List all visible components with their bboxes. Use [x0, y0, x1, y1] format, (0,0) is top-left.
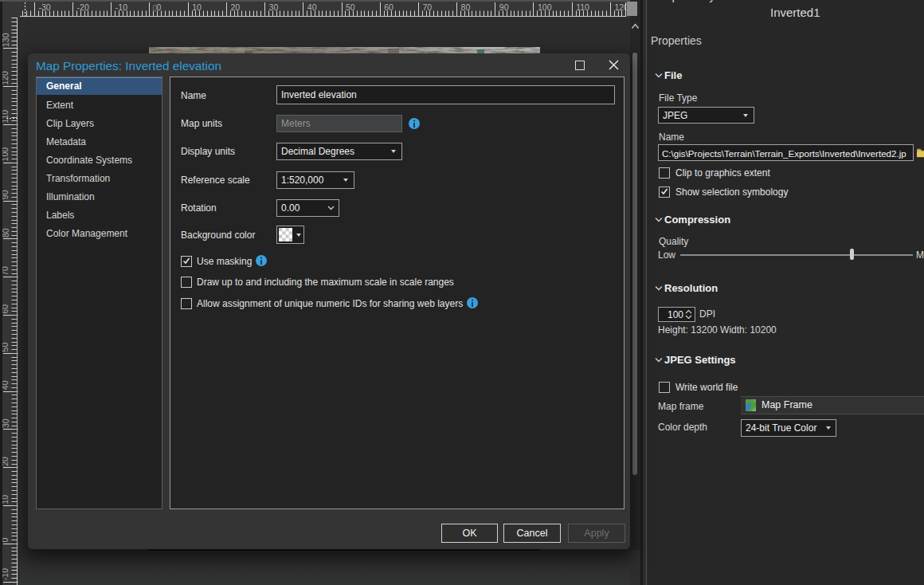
- svg-text:100: 100: [538, 2, 552, 12]
- svg-text:80: 80: [461, 2, 471, 12]
- svg-text:80: 80: [2, 228, 10, 238]
- svg-text:-30: -30: [38, 2, 50, 12]
- svg-text:60: 60: [2, 304, 10, 314]
- svg-text:100: 100: [2, 147, 10, 162]
- svg-text:10: 10: [192, 2, 202, 12]
- svg-text:90: 90: [2, 190, 10, 199]
- svg-text:60: 60: [384, 2, 393, 12]
- svg-text:0: 0: [157, 2, 162, 12]
- svg-text:30: 30: [269, 2, 279, 12]
- svg-text:20: 20: [2, 457, 10, 466]
- svg-text:0: 0: [2, 537, 10, 542]
- svg-text:-10: -10: [116, 2, 127, 12]
- svg-text:20: 20: [230, 2, 240, 12]
- svg-text:130: 130: [2, 33, 10, 47]
- svg-text:50: 50: [2, 343, 10, 352]
- svg-text:70: 70: [2, 266, 10, 276]
- svg-text:40: 40: [307, 2, 317, 12]
- svg-text:40: 40: [2, 380, 10, 390]
- svg-text:120: 120: [2, 71, 10, 85]
- svg-text:10: 10: [2, 495, 10, 505]
- svg-text:-20: -20: [77, 2, 89, 12]
- svg-text:50: 50: [346, 2, 355, 12]
- svg-text:30: 30: [2, 418, 10, 428]
- svg-text:-10: -10: [2, 568, 10, 580]
- svg-text:90: 90: [499, 2, 509, 12]
- svg-text:110: 110: [2, 110, 10, 124]
- svg-text:70: 70: [422, 2, 432, 12]
- svg-text:110: 110: [576, 2, 589, 12]
